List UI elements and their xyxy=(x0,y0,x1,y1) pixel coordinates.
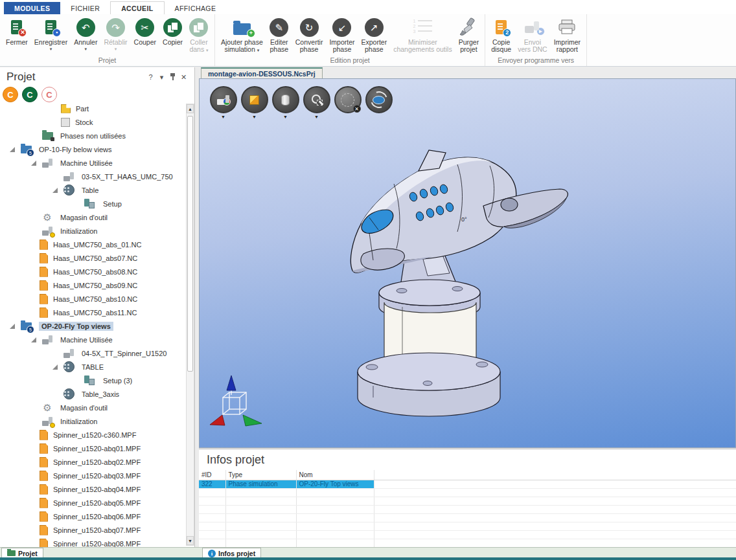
tree-item-setup[interactable]: Setup xyxy=(0,197,185,210)
display-part-button[interactable] xyxy=(241,86,268,113)
column-header-nom[interactable]: Nom xyxy=(296,470,374,480)
tree-item-initialization[interactable]: Initialization xyxy=(0,414,185,428)
collapse-red-button[interactable]: C xyxy=(41,87,57,102)
tree-item-haas-umc750-abs-01-nc[interactable]: Haas_UMC750_abs_01.NC xyxy=(0,238,185,251)
ribbon-tab-modules[interactable]: MODULES xyxy=(4,2,60,14)
expander-icon[interactable] xyxy=(49,188,61,193)
bottom-tab-infos-projet[interactable]: i Infos projet xyxy=(202,548,261,558)
tree-item-spinner-u1520-c360-mpf[interactable]: Spinner_u1520-c360.MPF xyxy=(0,428,185,442)
dropdown-arrow-icon[interactable]: ▼ xyxy=(252,115,257,119)
empty-table-row[interactable] xyxy=(199,488,736,497)
tree-item-spinner-u1520-abq03-mpf[interactable]: Spinner_u1520-abq03.MPF xyxy=(0,469,185,482)
tree-item-table[interactable]: TABLE xyxy=(0,360,185,374)
fermer-button[interactable]: ✕Fermer xyxy=(3,16,31,47)
tree-item-magasin-d-outil[interactable]: ⚙Magasin d'outil xyxy=(0,210,185,224)
tree-item-spinner-u1520-abq08-mpf[interactable]: Spinner_u1520-abq08.MPF xyxy=(0,537,185,547)
tree-item-spinner-u1520-abq01-mpf[interactable]: Spinner_u1520-abq01.MPF xyxy=(0,442,185,455)
editer-phase-button[interactable]: ✎Editerphase xyxy=(266,16,292,54)
enregistrer-button[interactable]: ▪Enregistrer▾ xyxy=(31,16,71,52)
tree-item-table-3axis[interactable]: Table_3axis xyxy=(0,387,185,401)
tree-item-04-5x-tt-spinner-u1520[interactable]: 04-5X_TT_Spinner_U1520 xyxy=(0,346,185,360)
tree-scrollbar[interactable]: ▲ ▼ xyxy=(186,104,194,546)
expander-icon[interactable] xyxy=(28,161,40,166)
tree-item-spinner-u1520-abq06-mpf[interactable]: Spinner_u1520-abq06.MPF xyxy=(0,510,185,523)
tree-item-op-20-fly-top-views[interactable]: OP-20-Fly Top views xyxy=(0,319,185,333)
dropdown-arrow-icon[interactable]: ▼ xyxy=(283,115,288,119)
exporter-phase-button[interactable]: ↗Exporterphase xyxy=(358,16,390,54)
viewport-3d[interactable]: ▼▼▼▼✕ xyxy=(199,78,736,448)
dynamic-view-button[interactable] xyxy=(365,86,393,113)
bottom-tab-strip: Projet i Infos projet xyxy=(0,547,736,557)
folder-count-icon xyxy=(18,144,34,155)
tree-item-spinner-u1520-abq05-mpf[interactable]: Spinner_u1520-abq05.MPF xyxy=(0,496,185,510)
close-icon[interactable]: ✕ xyxy=(178,73,189,82)
scrollbar-thumb[interactable] xyxy=(187,116,193,372)
tree-item-03-5x-tt-haas-umc-750[interactable]: 03-5X_TT_HAAS_UMC_750 xyxy=(0,170,185,183)
empty-table-row[interactable] xyxy=(199,522,736,530)
expander-icon[interactable] xyxy=(6,147,18,152)
display-stock-button[interactable] xyxy=(272,86,299,113)
tree-item-spinner-u1520-abq04-mpf[interactable]: Spinner_u1520-abq04.MPF xyxy=(0,482,185,496)
collapse-orange-button[interactable]: C xyxy=(3,87,18,102)
empty-table-row[interactable] xyxy=(199,513,736,522)
tree-item-setup-3[interactable]: Setup (3) xyxy=(0,374,185,387)
bottom-tab-projet[interactable]: Projet xyxy=(1,548,43,558)
empty-table-row[interactable] xyxy=(199,497,736,505)
tree-item-op-10-fly-below-views[interactable]: OP-10-Fly below views xyxy=(0,142,185,156)
couper-button[interactable]: ✂Couper xyxy=(131,16,159,47)
tree-item-haas-umc750-abs07-nc[interactable]: Haas_UMC750_abs07.NC xyxy=(0,251,185,265)
ajouter-phase-simulation-button[interactable]: +Ajouter phasesimulation ▾ xyxy=(218,16,266,54)
dropdown-arrow-icon[interactable]: ▾ xyxy=(85,47,87,52)
empty-table-row[interactable] xyxy=(199,539,736,547)
tree-item-magasin-d-outil[interactable]: ⚙Magasin d'outil xyxy=(0,401,185,414)
copie-disque-button[interactable]: 2Copiedisque xyxy=(488,16,514,54)
ribbon-tab-affichage[interactable]: AFFICHAGE xyxy=(165,2,227,14)
annuler-button[interactable]: ↶Annuler▾ xyxy=(71,16,100,52)
redo-icon: ↷ xyxy=(106,17,125,38)
dropdown-arrow-icon[interactable]: ▾ xyxy=(50,47,52,52)
tree-item-phases-non-utilis-es[interactable]: Phases non utilisées xyxy=(0,129,185,142)
empty-cell xyxy=(374,505,736,513)
selection-filter-button[interactable]: ✕ xyxy=(334,86,362,113)
dropdown-arrow-icon[interactable]: ▾ xyxy=(115,47,117,52)
imprimer-rapport-button[interactable]: Imprimerrapport xyxy=(551,16,584,54)
empty-table-row[interactable] xyxy=(199,505,736,513)
pin-icon[interactable] xyxy=(167,73,178,82)
scroll-up-button[interactable]: ▲ xyxy=(187,104,194,113)
column-header-type[interactable]: Type xyxy=(225,470,296,480)
help-icon[interactable]: ? xyxy=(145,73,156,82)
tree-item-machine-utilis-e[interactable]: Machine Utilisée xyxy=(0,333,185,346)
zoom-button[interactable] xyxy=(303,86,330,113)
tree-item-haas-umc750-abs08-nc[interactable]: Haas_UMC750_abs08.NC xyxy=(0,265,185,278)
tree-item-haas-umc750-abs11-nc[interactable]: Haas_UMC750_abs11.NC xyxy=(0,306,185,319)
tree-item-spinner-u1520-abq07-mpf[interactable]: Spinner_u1520-abq07.MPF xyxy=(0,523,185,537)
expander-icon[interactable] xyxy=(28,337,40,342)
empty-table-row[interactable] xyxy=(199,530,736,539)
copier-button[interactable]: Copier xyxy=(159,16,186,47)
column-header-id[interactable]: #ID xyxy=(199,470,225,480)
expander-icon[interactable] xyxy=(6,324,18,329)
ribbon-tab-fichier[interactable]: FICHIER xyxy=(60,2,110,14)
tree-item-haas-umc750-abs09-nc[interactable]: Haas_UMC750_abs09.NC xyxy=(0,278,185,292)
tree-item-initialization[interactable]: Initialization xyxy=(0,224,185,238)
chevron-down-icon[interactable]: ▾ xyxy=(156,73,167,82)
dropdown-arrow-icon[interactable]: ▼ xyxy=(314,115,319,119)
table-row[interactable]: 322Phase simulationOP-20-Fly Top views xyxy=(199,480,736,488)
tree-item-table[interactable]: Table xyxy=(0,183,185,197)
expander-icon[interactable] xyxy=(49,364,61,370)
ribbon-tab-accueil[interactable]: ACCUEIL xyxy=(110,1,164,14)
display-machine-button[interactable] xyxy=(210,86,237,113)
tree-item-machine-utilis-e[interactable]: Machine Utilisée xyxy=(0,156,185,170)
importer-phase-button[interactable]: ↙Importerphase xyxy=(326,16,358,54)
tree-item-stock[interactable]: Stock xyxy=(0,115,185,129)
folder-count-icon xyxy=(18,320,34,331)
collapse-green-button[interactable]: C xyxy=(22,87,38,102)
dropdown-arrow-icon[interactable]: ▼ xyxy=(221,115,225,119)
purger-projet-button[interactable]: Purgerprojet xyxy=(455,16,483,54)
convertir-phase-button[interactable]: ↻Convertirphase xyxy=(292,16,327,54)
document-tab[interactable]: montage-avion-DESSOUS.NcsPrj xyxy=(201,67,323,78)
scroll-down-button[interactable]: ▼ xyxy=(187,536,194,545)
tree-item-spinner-u1520-abq02-mpf[interactable]: Spinner_u1520-abq02.MPF xyxy=(0,455,185,469)
tree-item-haas-umc750-abs10-nc[interactable]: Haas_UMC750_abs10.NC xyxy=(0,292,185,306)
tree-item-part[interactable]: Part xyxy=(0,102,185,115)
